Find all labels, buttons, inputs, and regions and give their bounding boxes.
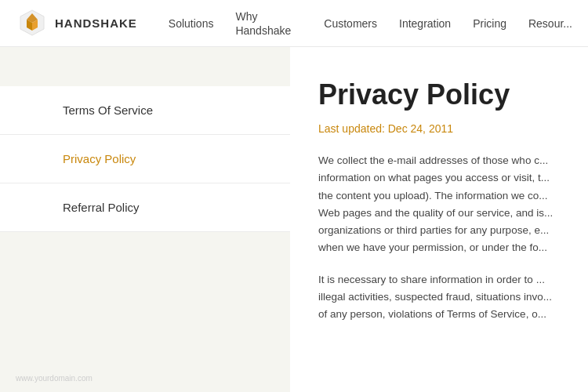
nav-item-customers[interactable]: Customers: [324, 16, 377, 31]
watermark: www.yourdomain.com: [16, 374, 93, 383]
page-body: Terms Of Service Privacy Policy Referral…: [0, 47, 588, 392]
last-updated: Last updated: Dec 24, 2011: [318, 122, 560, 135]
logo-area[interactable]: HANDSHAKE: [16, 7, 137, 40]
policy-paragraph-1: We collect the e-mail addresses of those…: [318, 152, 560, 257]
sidebar-item-privacy-policy[interactable]: Privacy Policy: [0, 135, 290, 183]
sidebar: Terms Of Service Privacy Policy Referral…: [0, 47, 290, 392]
nav-item-pricing[interactable]: Pricing: [473, 16, 506, 31]
policy-paragraph-2: It is necessary to share information in …: [318, 271, 560, 324]
sidebar-item-terms-of-service[interactable]: Terms Of Service: [0, 86, 290, 135]
content-area: Privacy Policy Last updated: Dec 24, 201…: [290, 47, 588, 392]
nav-item-integration[interactable]: Integration: [399, 16, 451, 31]
nav-links: Solutions Why Handshake Customers Integr…: [169, 9, 572, 38]
nav-item-resources[interactable]: Resour...: [528, 16, 572, 31]
handshake-logo-icon: [16, 7, 49, 40]
page-title: Privacy Policy: [318, 78, 560, 111]
logo-text: HANDSHAKE: [55, 16, 137, 30]
nav-item-solutions[interactable]: Solutions: [169, 16, 214, 31]
navbar: HANDSHAKE Solutions Why Handshake Custom…: [0, 0, 588, 47]
nav-item-why-handshake[interactable]: Why Handshake: [235, 9, 302, 38]
sidebar-item-referral-policy[interactable]: Referral Policy: [0, 183, 290, 232]
